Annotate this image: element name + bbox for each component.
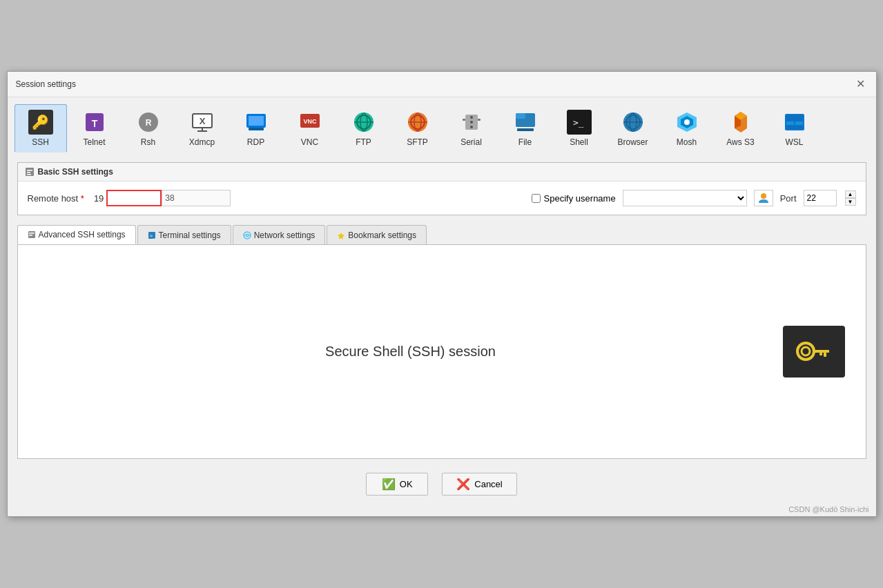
svg-rect-9 [249, 116, 264, 126]
svg-rect-51 [27, 174, 31, 175]
tab-xdmcp[interactable]: X Xdmcp [176, 104, 229, 153]
tab-terminal[interactable]: >_ Terminal settings [137, 225, 231, 244]
avatar-button[interactable] [754, 190, 773, 206]
cancel-button[interactable]: ❌ Cancel [442, 473, 516, 496]
dialog-title: Session settings [16, 79, 76, 89]
tab-mosh[interactable]: Mosh [661, 104, 713, 153]
username-select[interactable] [623, 190, 747, 206]
shell-icon: >_ [567, 110, 592, 135]
port-decrement-button[interactable]: ▼ [845, 198, 856, 206]
protocol-tabs-bar: 🔑 SSH T Telnet R Rsh X Xdmcp RDP [8, 97, 876, 153]
tab-file[interactable]: File [499, 104, 552, 153]
svg-text:X: X [199, 116, 205, 126]
svg-point-63 [802, 347, 810, 355]
tab-vnc[interactable]: VNC VNC [284, 104, 336, 153]
port-increment-button[interactable]: ▲ [845, 190, 856, 198]
tab-serial[interactable]: Serial [445, 104, 498, 153]
port-spinner: ▲ ▼ [845, 190, 856, 206]
ssh-icon: 🔑 [28, 110, 53, 135]
tab-rsh-label: Rsh [141, 137, 155, 147]
tab-telnet-label: Telnet [83, 137, 105, 147]
awss3-icon [728, 110, 753, 135]
tab-mosh-label: Mosh [677, 137, 697, 147]
tab-rdp[interactable]: RDP [230, 104, 282, 153]
tab-awss3[interactable]: Aws S3 [715, 104, 767, 153]
svg-rect-47 [786, 126, 803, 129]
key-icon [795, 336, 833, 367]
network-tab-label: Network settings [254, 231, 316, 240]
sftp-icon [405, 110, 430, 135]
tab-network[interactable]: Network settings [233, 225, 326, 244]
tab-vnc-label: VNC [301, 137, 318, 147]
tab-sftp[interactable]: SFTP [391, 104, 444, 153]
remote-host-suffix-input[interactable] [162, 190, 231, 206]
svg-point-38 [684, 119, 690, 125]
avatar-icon [757, 192, 770, 204]
session-info-area: Secure Shell (SSH) session [39, 344, 783, 360]
basic-ssh-settings-group: Basic SSH settings Remote host * 19 Spec… [17, 162, 866, 215]
tab-file-label: File [518, 137, 532, 147]
svg-rect-66 [819, 353, 822, 355]
port-input[interactable] [804, 190, 837, 206]
ok-button[interactable]: ✅ OK [366, 473, 428, 496]
tab-rsh[interactable]: R Rsh [122, 104, 175, 153]
vnc-icon: VNC [298, 110, 322, 135]
remote-host-input[interactable] [106, 190, 162, 206]
close-button[interactable]: ✕ [853, 77, 868, 91]
svg-rect-49 [27, 170, 32, 171]
bottom-bar: ✅ OK ❌ Cancel [8, 466, 876, 505]
advanced-ssh-tab-label: Advanced SSH settings [39, 230, 126, 239]
svg-marker-61 [338, 233, 345, 239]
ok-label: OK [400, 479, 413, 489]
tab-shell-label: Shell [570, 137, 588, 147]
terminal-tab-label: Terminal settings [159, 231, 221, 240]
rsh-icon: R [136, 110, 161, 135]
remote-host-label: Remote host * [28, 193, 84, 204]
mosh-icon [675, 110, 699, 135]
svg-rect-25 [463, 119, 465, 121]
svg-point-62 [797, 343, 814, 360]
svg-text:T: T [91, 118, 97, 129]
ftp-icon [351, 110, 376, 135]
svg-text:>_: >_ [573, 117, 584, 128]
title-bar: Session settings ✕ [8, 72, 876, 97]
cancel-label: Cancel [474, 479, 502, 489]
tab-wsl[interactable]: WSL [768, 104, 821, 153]
advanced-tabs-row: Advanced SSH settings >_ Terminal settin… [17, 225, 866, 245]
tab-bookmark[interactable]: Bookmark settings [327, 225, 427, 244]
tab-wsl-label: WSL [785, 137, 803, 147]
tab-awss3-label: Aws S3 [726, 137, 754, 147]
xdmcp-icon: X [190, 110, 215, 135]
tab-ssh[interactable]: 🔑 SSH [14, 104, 67, 153]
bookmark-tab-label: Bookmark settings [348, 231, 416, 240]
tab-xdmcp-label: Xdmcp [189, 137, 215, 147]
tab-shell[interactable]: >_ Shell [553, 104, 605, 153]
bookmark-tab-icon [337, 231, 345, 239]
session-settings-dialog: Session settings ✕ 🔑 SSH T Telnet R Rsh … [7, 71, 877, 517]
svg-point-24 [470, 126, 473, 128]
tab-ftp[interactable]: FTP [338, 104, 390, 153]
cancel-icon: ❌ [456, 478, 470, 491]
wsl-icon [782, 110, 807, 135]
content-panel: Secure Shell (SSH) session [17, 245, 866, 459]
basic-settings-body: Remote host * 19 Specify username [18, 182, 866, 215]
port-label: Port [780, 193, 797, 204]
serial-icon [459, 110, 484, 135]
ok-icon: ✅ [382, 478, 396, 491]
remote-host-input-container: 19 [91, 190, 231, 206]
tab-ssh-label: SSH [32, 137, 49, 147]
tab-browser[interactable]: Browser [607, 104, 659, 153]
svg-rect-50 [27, 172, 30, 173]
watermark: CSDN @Kudō Shin-ichi [8, 505, 876, 516]
tab-browser-label: Browser [617, 137, 648, 147]
tab-advanced-ssh[interactable]: Advanced SSH settings [17, 225, 136, 244]
settings-header-icon [25, 167, 35, 177]
svg-rect-29 [517, 128, 534, 131]
network-tab-icon [243, 231, 251, 239]
specify-username-checkbox[interactable] [532, 194, 541, 203]
tab-telnet[interactable]: T Telnet [68, 104, 121, 153]
basic-settings-header: Basic SSH settings [18, 163, 866, 182]
svg-rect-26 [478, 119, 481, 121]
bottom-buttons: ✅ OK ❌ Cancel [17, 473, 866, 496]
svg-rect-65 [824, 353, 826, 357]
